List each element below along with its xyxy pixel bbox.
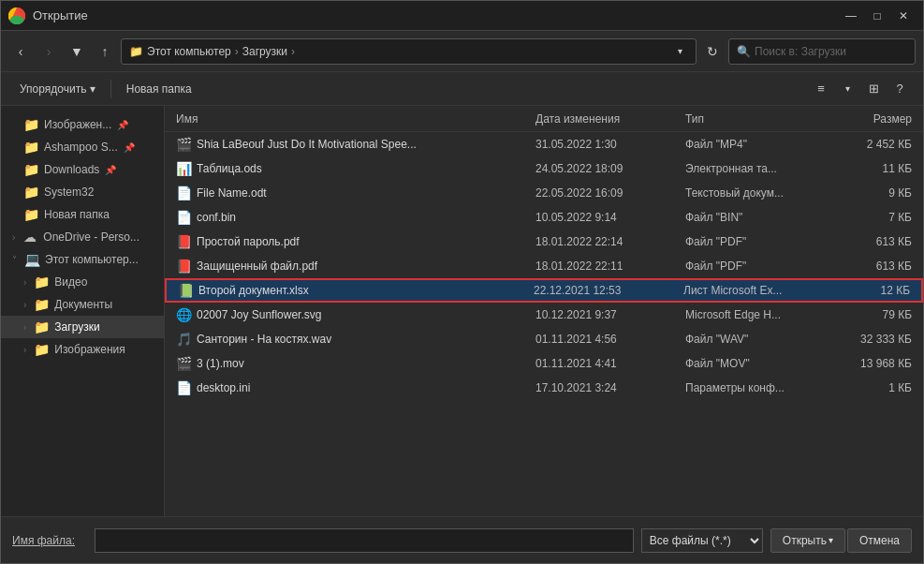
file-name: conf.bin xyxy=(197,211,236,224)
sidebar-item-label: Изображен... xyxy=(44,118,111,131)
table-row[interactable]: 🌐 02007 Joy Sunflower.svg 10.12.2021 9:3… xyxy=(165,303,923,327)
address-separator-1: › xyxy=(235,45,239,58)
chevron-icon: › xyxy=(23,322,26,333)
file-size: 2 452 КБ xyxy=(831,138,916,151)
open-dropdown-arrow: ▾ xyxy=(829,535,833,545)
view-tiles-button[interactable]: ⊞ xyxy=(861,77,886,101)
file-name: Защищенный файл.pdf xyxy=(197,260,317,273)
forward-button[interactable]: › xyxy=(37,39,61,64)
file-date: 18.01.2022 22:14 xyxy=(532,235,682,248)
sidebar-item-ashampoo[interactable]: 📁 Ashampoo S... 📌 xyxy=(1,136,164,158)
folder-icon: 📁 xyxy=(34,342,49,357)
pin-icon: 📌 xyxy=(124,142,135,153)
sidebar-item-label: Downloads xyxy=(44,163,99,176)
file-date: 22.05.2022 16:09 xyxy=(532,186,682,200)
address-dropdown-button[interactable]: ▾ xyxy=(671,39,688,64)
table-row[interactable]: 📗 Второй документ.xlsx 22.12.2021 12:53 … xyxy=(165,278,923,303)
folder-icon: 📁 xyxy=(23,207,38,222)
file-type: Лист Microsoft Ex... xyxy=(680,284,829,297)
filename-input[interactable] xyxy=(95,528,634,553)
file-size: 79 КБ xyxy=(831,308,916,321)
file-date: 01.11.2021 4:41 xyxy=(532,357,682,370)
table-row[interactable]: 🎬 Shia LaBeouf Just Do It Motivational S… xyxy=(165,132,923,156)
pin-icon: 📌 xyxy=(117,120,128,130)
table-row[interactable]: 📄 conf.bin 10.05.2022 9:14 Файл "BIN" 7 … xyxy=(165,205,923,230)
table-row[interactable]: 📕 Защищенный файл.pdf 18.01.2022 22:11 Ф… xyxy=(165,254,923,278)
sidebar-item-new-folder[interactable]: 📁 Новая папка xyxy=(1,203,164,226)
table-row[interactable]: 📕 Простой пароль.pdf 18.01.2022 22:14 Фа… xyxy=(165,230,923,254)
pc-icon: 💻 xyxy=(24,252,39,267)
sidebar-item-images-pinned[interactable]: 📁 Изображен... 📌 xyxy=(1,113,164,136)
up-button[interactable]: ↑ xyxy=(93,39,117,64)
sidebar-item-downloads-pinned[interactable]: 📁 Downloads 📌 xyxy=(1,158,164,181)
sidebar-item-downloads-main[interactable]: › 📁 Загрузки xyxy=(1,316,164,338)
file-type-icon: 📕 xyxy=(176,234,191,249)
file-size: 11 КБ xyxy=(831,162,916,175)
table-row[interactable]: 📄 desktop.ini 17.10.2021 3:24 Параметры … xyxy=(165,376,923,400)
col-header-size[interactable]: Размер xyxy=(831,112,916,126)
file-type-icon: 📊 xyxy=(176,161,191,176)
sidebar-item-label: Изображения xyxy=(54,343,125,356)
table-row[interactable]: 🎵 Санторин - На костях.wav 01.11.2021 4:… xyxy=(165,327,923,351)
chevron-icon: › xyxy=(23,300,26,310)
file-name: Shia LaBeouf Just Do It Motivational Spe… xyxy=(197,138,417,151)
sidebar-item-documents[interactable]: › 📁 Документы xyxy=(1,293,164,316)
view-dropdown-button[interactable]: ▾ xyxy=(835,77,859,101)
file-type: Параметры конф... xyxy=(682,381,831,394)
chevron-icon: › xyxy=(23,345,26,355)
second-toolbar: Упорядочить ▾ Новая папка ≡ ▾ ⊞ ? xyxy=(1,72,923,106)
minimize-button[interactable]: — xyxy=(839,7,863,25)
file-type: Файл "MP4" xyxy=(682,138,831,151)
col-header-type[interactable]: Тип xyxy=(682,112,831,126)
content-area: 📁 Изображен... 📌 📁 Ashampoo S... 📌 📁 Dow… xyxy=(1,106,923,516)
nav-toolbar: ‹ › ▼ ↑ 📁 Этот компьютер › Загрузки › ▾ … xyxy=(1,31,923,72)
organize-button[interactable]: Упорядочить ▾ xyxy=(12,79,103,99)
folder-icon: 📁 xyxy=(23,140,38,155)
search-bar[interactable]: 🔍 Поиск в: Загрузки xyxy=(728,38,916,65)
sidebar-item-this-pc[interactable]: ˅ 💻 Этот компьютер... xyxy=(1,248,164,271)
file-date: 10.05.2022 9:14 xyxy=(532,211,682,224)
file-name: Таблица.ods xyxy=(197,162,262,175)
folder-icon: 📁 xyxy=(34,319,49,334)
main-panel: Имя Дата изменения Тип Размер 🎬 Shia LaB… xyxy=(165,106,923,516)
col-header-name[interactable]: Имя xyxy=(172,112,532,126)
open-button[interactable]: Открыть ▾ xyxy=(770,528,845,553)
file-type: Текстовый докум... xyxy=(682,186,831,200)
sidebar-item-images-main[interactable]: › 📁 Изображения xyxy=(1,338,164,361)
maximize-button[interactable]: □ xyxy=(865,7,889,25)
file-date: 10.12.2021 9:37 xyxy=(532,308,682,321)
bottom-bar: Имя файла: Все файлы (*.*) Открыть ▾ Отм… xyxy=(1,516,923,563)
file-name: Второй документ.xlsx xyxy=(198,284,309,297)
file-name: File Name.odt xyxy=(197,186,267,200)
table-row[interactable]: 📊 Таблица.ods 24.05.2022 18:09 Электронн… xyxy=(165,156,923,181)
address-path: 📁 Этот компьютер › Загрузки › xyxy=(129,45,667,58)
file-type-icon: 📕 xyxy=(176,259,191,274)
file-type-icon: 📄 xyxy=(176,186,191,200)
sidebar-item-label: Этот компьютер... xyxy=(45,253,139,266)
dropdown-button[interactable]: ▼ xyxy=(65,39,89,64)
close-button[interactable]: ✕ xyxy=(891,7,916,25)
cloud-icon: ☁ xyxy=(22,230,37,245)
file-size: 13 968 КБ xyxy=(831,357,916,370)
file-date: 24.05.2022 18:09 xyxy=(532,162,682,175)
table-row[interactable]: 🎬 3 (1).mov 01.11.2021 4:41 Файл "MOV" 1… xyxy=(165,351,923,376)
file-date: 31.05.2022 1:30 xyxy=(532,138,682,151)
view-list-button[interactable]: ≡ xyxy=(809,77,833,101)
file-size: 12 КБ xyxy=(829,284,914,297)
sidebar: 📁 Изображен... 📌 📁 Ashampoo S... 📌 📁 Dow… xyxy=(1,106,165,516)
back-button[interactable]: ‹ xyxy=(8,39,33,64)
filetype-select[interactable]: Все файлы (*.*) xyxy=(641,528,763,553)
col-header-date[interactable]: Дата изменения xyxy=(532,112,682,126)
view-help-button[interactable]: ? xyxy=(887,77,912,101)
address-icon: 📁 xyxy=(129,45,143,58)
sidebar-item-system32[interactable]: 📁 System32 xyxy=(1,181,164,203)
address-bar[interactable]: 📁 Этот компьютер › Загрузки › ▾ xyxy=(121,38,697,65)
sidebar-item-onedrive[interactable]: › ☁ OneDrive - Perso... xyxy=(1,226,164,248)
address-separator-2: › xyxy=(291,45,295,58)
sidebar-item-video[interactable]: › 📁 Видео xyxy=(1,271,164,293)
search-placeholder: Поиск в: Загрузки xyxy=(755,45,846,58)
new-folder-button[interactable]: Новая папка xyxy=(119,79,199,99)
table-row[interactable]: 📄 File Name.odt 22.05.2022 16:09 Текстов… xyxy=(165,181,923,205)
cancel-button[interactable]: Отмена xyxy=(847,528,912,553)
refresh-button[interactable]: ↻ xyxy=(700,39,725,64)
